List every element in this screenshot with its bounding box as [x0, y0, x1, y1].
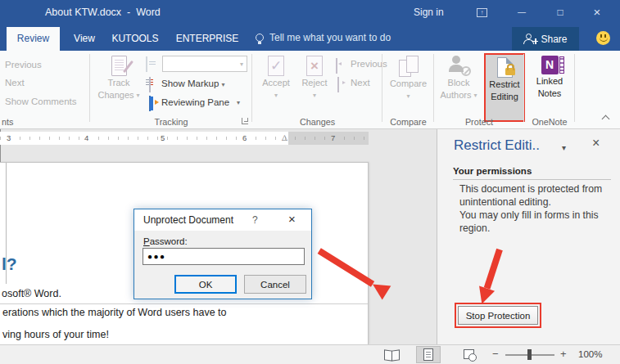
tab-view[interactable]: View: [64, 27, 105, 51]
password-value: ●●●: [143, 252, 166, 261]
maximize-icon: □: [557, 7, 563, 18]
display-for-review-combobox[interactable]: ▾: [162, 56, 247, 72]
title-bar: About KTW.docx - Word Sign in ↑ — □ ×: [0, 0, 620, 25]
compare-label: Compare: [390, 79, 427, 89]
smiley-icon: [600, 37, 608, 42]
pane-close-icon[interactable]: ×: [592, 136, 600, 151]
minimize-button[interactable]: —: [508, 0, 536, 25]
reject-label: Reject: [301, 78, 327, 88]
reject-button[interactable]: × Reject ▾: [296, 56, 333, 101]
print-layout-icon: [423, 348, 433, 361]
next-change-icon: [337, 77, 339, 92]
close-icon: ×: [594, 5, 601, 19]
chevron-down-icon: ▾: [473, 90, 477, 101]
zoom-in-button[interactable]: +: [560, 348, 567, 360]
restrict-editing-pane: Restrict Editi.. ▾ × Your permissions Th…: [437, 129, 620, 344]
share-label: Share: [541, 34, 567, 45]
ribbon: Previous Next Show Comments nts Track Ch…: [0, 51, 620, 129]
permissions-message: You may only fill in forms in this regio…: [459, 209, 612, 235]
tracking-group-label: Tracking: [90, 117, 252, 127]
right-indent-marker[interactable]: △: [282, 133, 287, 142]
stop-protection-button[interactable]: Stop Protection: [458, 306, 538, 325]
read-mode-icon[interactable]: [384, 350, 400, 360]
chevron-down-icon: ▾: [274, 90, 278, 101]
ribbon-group-tracking: Track Changes▾ ▾ Show Markup ▾ Reviewing…: [90, 51, 252, 128]
dialog-title-bar: Unprotect Document ? ×: [134, 209, 311, 231]
reject-x-icon: ×: [306, 56, 323, 76]
ruler-mark: 5: [159, 133, 166, 142]
restrict-editing-label-1: Restrict: [489, 79, 519, 90]
collapse-ribbon-button[interactable]: [602, 115, 610, 124]
ribbon-group-compare: Compare ▾ Compare: [382, 51, 434, 128]
linked-notes-button[interactable]: N Linked Notes: [530, 56, 569, 99]
show-markup-button[interactable]: Show Markup ▾: [161, 79, 225, 88]
chevron-down-icon: ▾: [313, 90, 316, 101]
ok-button[interactable]: OK: [174, 275, 237, 294]
word-window: About KTW.docx - Word Sign in ↑ — □ × Re…: [0, 0, 620, 364]
zoom-out-button[interactable]: −: [492, 348, 499, 360]
track-changes-button[interactable]: Track Changes▾: [97, 56, 141, 101]
tracking-dialog-launcher[interactable]: [242, 118, 248, 124]
permissions-heading: Your permissions: [453, 166, 532, 176]
next-comment-button[interactable]: Next: [5, 78, 25, 88]
password-label: Password:: [143, 236, 188, 246]
compare-group-label: Compare: [382, 117, 434, 127]
block-authors-icon: [448, 56, 469, 76]
window-title: About KTW.docx - Word: [45, 0, 161, 25]
document-heading: l?: [2, 254, 17, 274]
divider: [453, 179, 611, 180]
tab-kutools[interactable]: KUTOOLS: [106, 27, 164, 51]
print-layout-button[interactable]: [416, 346, 441, 363]
ribbon-group-protect: Block Authors▾ Restrict Editing Protect: [434, 51, 524, 128]
accept-button[interactable]: ✓ Accept ▾: [257, 56, 295, 101]
show-markup-label: Show Markup: [161, 79, 219, 88]
block-authors-button[interactable]: Block Authors▾: [437, 56, 480, 101]
ruler-mark: 3: [5, 133, 12, 142]
ribbon-group-comments: Previous Next Show Comments nts: [0, 51, 90, 128]
dialog-help-icon[interactable]: ?: [252, 214, 258, 226]
block-authors-label-1: Block: [448, 78, 470, 88]
ruler-mark: 4: [83, 133, 90, 142]
zoom-slider-handle[interactable]: [527, 349, 532, 360]
close-window-button[interactable]: ×: [583, 0, 611, 25]
ribbon-display-options-button[interactable]: ↑: [468, 0, 496, 25]
password-input[interactable]: ●●●: [143, 248, 305, 265]
previous-comment-button[interactable]: Previous: [5, 60, 42, 70]
chevron-down-icon[interactable]: ▾: [237, 99, 240, 106]
lightbulb-icon: [256, 34, 264, 42]
restrict-editing-button[interactable]: Restrict Editing: [487, 57, 522, 102]
document-text-line: ving hours of your time!: [2, 329, 109, 340]
tab-review[interactable]: Review: [7, 27, 60, 51]
ruler-mark: 6: [241, 133, 248, 142]
pane-menu-chevron-icon[interactable]: ▾: [562, 143, 566, 152]
share-button[interactable]: Share: [512, 27, 579, 51]
track-changes-label-1: Track: [107, 78, 129, 88]
tab-enterprise[interactable]: ENTERPRISE: [172, 27, 242, 51]
cancel-button[interactable]: Cancel: [244, 275, 306, 294]
sign-in-link[interactable]: Sign in: [414, 0, 444, 25]
dialog-close-icon[interactable]: ×: [288, 212, 296, 226]
show-comments-button[interactable]: Show Comments: [5, 97, 77, 106]
compare-button[interactable]: Compare ▾: [389, 56, 428, 101]
track-changes-label-2: Changes: [97, 90, 134, 101]
linked-notes-label-1: Linked: [536, 76, 563, 87]
document-text-line: erations which the majority of Word user…: [2, 307, 227, 318]
chevron-down-icon: ▾: [240, 61, 243, 68]
display-for-review-icon: [146, 56, 147, 72]
reviewing-pane-button[interactable]: Reviewing Pane: [161, 97, 229, 107]
tell-me-box[interactable]: Tell me what you want to do: [256, 25, 391, 51]
tell-me-label: Tell me what you want to do: [269, 32, 391, 43]
web-layout-icon[interactable]: [464, 349, 474, 359]
show-markup-icon: [149, 77, 151, 92]
track-changes-icon: [111, 56, 127, 76]
previous-change-icon: [336, 58, 337, 74]
reviewing-pane-icon: [149, 96, 151, 111]
accept-check-icon: ✓: [268, 56, 284, 76]
zoom-level[interactable]: 100%: [578, 349, 602, 359]
maximize-button[interactable]: □: [546, 0, 574, 25]
next-change-button[interactable]: Next: [351, 78, 370, 88]
feedback-smiley-button[interactable]: [596, 31, 610, 45]
chevron-down-icon: ▾: [222, 81, 225, 88]
status-bar: − + 100%: [0, 344, 620, 364]
restrict-editing-highlight: Restrict Editing: [484, 53, 525, 122]
